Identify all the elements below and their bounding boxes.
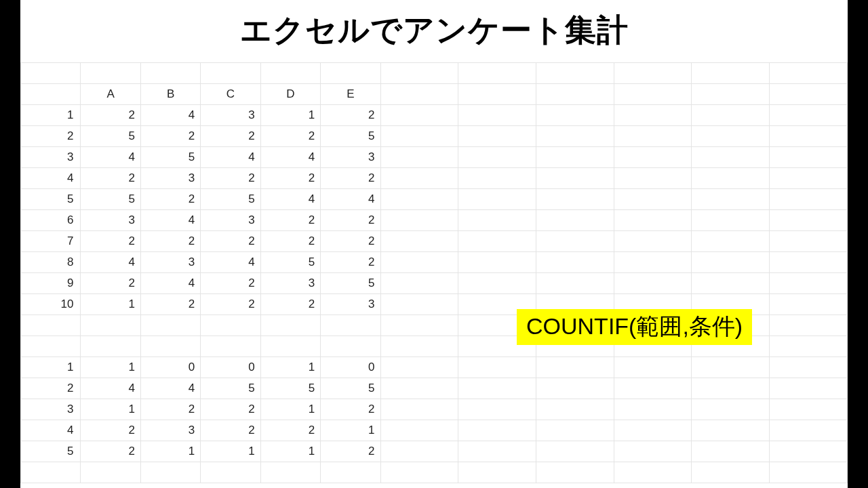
cell[interactable]: 4 — [201, 147, 260, 168]
cell[interactable]: 2 — [260, 126, 320, 147]
row-index[interactable]: 1 — [21, 105, 81, 126]
cell[interactable]: 2 — [140, 126, 200, 147]
row-index[interactable]: 6 — [21, 210, 81, 231]
cell[interactable]: 2 — [201, 294, 260, 315]
row-index[interactable]: 3 — [21, 147, 81, 168]
cell[interactable]: 2 — [321, 399, 380, 420]
col-header[interactable]: B — [140, 84, 200, 105]
cell[interactable]: 4 — [260, 189, 320, 210]
col-header[interactable]: D — [260, 84, 320, 105]
cell[interactable]: 5 — [201, 189, 260, 210]
cell[interactable]: 3 — [201, 210, 260, 231]
row-index[interactable]: 7 — [21, 231, 81, 252]
col-header[interactable]: A — [81, 84, 140, 105]
row-index[interactable]: 5 — [21, 189, 81, 210]
table-row: 5 5 2 5 4 4 — [21, 189, 848, 210]
row-index[interactable]: 5 — [21, 441, 81, 462]
cell[interactable]: 1 — [260, 399, 320, 420]
cell[interactable]: 2 — [260, 168, 320, 189]
cell[interactable]: 5 — [321, 126, 380, 147]
cell[interactable]: 1 — [81, 294, 140, 315]
cell[interactable]: 4 — [140, 273, 200, 294]
cell[interactable]: 3 — [140, 168, 200, 189]
row-index[interactable]: 3 — [21, 399, 81, 420]
cell[interactable]: 4 — [201, 252, 260, 273]
cell[interactable]: 3 — [321, 147, 380, 168]
blank-row — [21, 63, 848, 84]
cell[interactable]: 3 — [140, 252, 200, 273]
cell[interactable]: 2 — [321, 210, 380, 231]
cell[interactable]: 3 — [81, 210, 140, 231]
cell[interactable]: 2 — [81, 420, 140, 441]
row-index[interactable]: 4 — [21, 420, 81, 441]
cell[interactable]: 1 — [321, 420, 380, 441]
row-index[interactable]: 10 — [21, 294, 81, 315]
cell[interactable]: 2 — [140, 231, 200, 252]
cell[interactable]: 2 — [260, 294, 320, 315]
blank-row — [21, 462, 848, 483]
row-index[interactable]: 4 — [21, 168, 81, 189]
row-index[interactable]: 9 — [21, 273, 81, 294]
cell[interactable]: 4 — [140, 210, 200, 231]
cell[interactable]: 2 — [201, 168, 260, 189]
cell[interactable]: 5 — [140, 147, 200, 168]
cell[interactable]: 2 — [81, 441, 140, 462]
cell[interactable]: 1 — [201, 441, 260, 462]
cell[interactable]: 3 — [260, 273, 320, 294]
cell[interactable]: 1 — [260, 441, 320, 462]
cell[interactable]: 2 — [140, 189, 200, 210]
cell[interactable]: 1 — [140, 441, 200, 462]
cell[interactable]: 2 — [201, 399, 260, 420]
cell[interactable]: 4 — [140, 378, 200, 399]
row-index[interactable]: 1 — [21, 357, 81, 378]
cell[interactable]: 2 — [260, 210, 320, 231]
cell[interactable]: 2 — [81, 231, 140, 252]
row-index[interactable]: 2 — [21, 378, 81, 399]
cell[interactable]: 2 — [201, 231, 260, 252]
cell[interactable]: 0 — [140, 357, 200, 378]
cell[interactable]: 5 — [321, 273, 380, 294]
cell[interactable]: 1 — [81, 357, 140, 378]
row-index[interactable]: 8 — [21, 252, 81, 273]
cell[interactable]: 5 — [201, 378, 260, 399]
cell[interactable]: 5 — [321, 378, 380, 399]
cell[interactable]: 0 — [321, 357, 380, 378]
cell[interactable]: 4 — [140, 105, 200, 126]
summary-row: 5 2 1 1 1 2 — [21, 441, 848, 462]
cell[interactable]: 1 — [260, 105, 320, 126]
cell[interactable]: 2 — [140, 399, 200, 420]
cell[interactable]: 4 — [260, 147, 320, 168]
cell[interactable]: 4 — [81, 252, 140, 273]
cell[interactable]: 1 — [81, 399, 140, 420]
cell[interactable]: 2 — [260, 231, 320, 252]
cell[interactable]: 4 — [321, 189, 380, 210]
cell[interactable]: 2 — [81, 105, 140, 126]
table-row: 9 2 4 2 3 5 — [21, 273, 848, 294]
cell[interactable]: 2 — [321, 105, 380, 126]
cell[interactable]: 3 — [140, 420, 200, 441]
cell[interactable]: 5 — [260, 252, 320, 273]
cell[interactable]: 2 — [81, 273, 140, 294]
cell[interactable]: 2 — [321, 168, 380, 189]
row-index[interactable]: 2 — [21, 126, 81, 147]
cell[interactable]: 2 — [321, 441, 380, 462]
cell[interactable]: 0 — [201, 357, 260, 378]
cell[interactable]: 5 — [81, 126, 140, 147]
cell[interactable]: 2 — [321, 231, 380, 252]
cell[interactable]: 5 — [81, 189, 140, 210]
cell[interactable]: 4 — [81, 378, 140, 399]
cell[interactable]: 3 — [201, 105, 260, 126]
cell[interactable]: 2 — [201, 126, 260, 147]
cell[interactable]: 2 — [81, 168, 140, 189]
cell[interactable]: 2 — [260, 420, 320, 441]
cell[interactable]: 5 — [260, 378, 320, 399]
cell[interactable]: 2 — [140, 294, 200, 315]
cell[interactable]: 3 — [321, 294, 380, 315]
cell[interactable]: 4 — [81, 147, 140, 168]
cell[interactable]: 1 — [260, 357, 320, 378]
cell[interactable]: 2 — [321, 252, 380, 273]
cell[interactable]: 2 — [201, 420, 260, 441]
col-header[interactable]: E — [321, 84, 380, 105]
cell[interactable]: 2 — [201, 273, 260, 294]
col-header[interactable]: C — [201, 84, 260, 105]
